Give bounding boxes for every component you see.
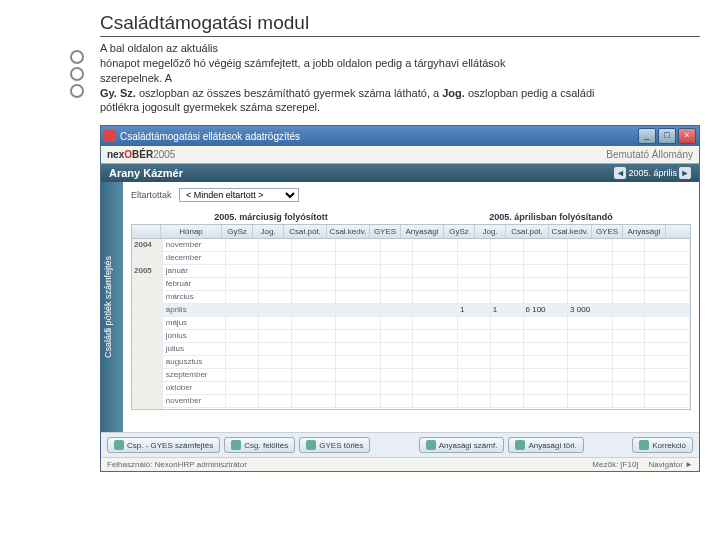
calc-button[interactable]: Csp. - GYES számfejtés [107, 437, 220, 453]
table-row[interactable]: november [132, 395, 690, 408]
table-row[interactable]: március [132, 291, 690, 304]
delete-icon [306, 440, 316, 450]
person-bar: Arany Kázmér ◄ 2005. április ► [101, 164, 699, 182]
brand-bar: nexOBÉR 2005 Bemutató Állomány [101, 146, 699, 164]
side-tab[interactable]: Családi pótlék számfejtés [101, 182, 123, 432]
edit-icon [639, 440, 649, 450]
close-button[interactable]: × [678, 128, 696, 144]
table-row[interactable]: augusztus [132, 356, 690, 369]
table-row[interactable]: október [132, 382, 690, 395]
upload-button[interactable]: Csg. felöltés [224, 437, 295, 453]
person-name: Arany Kázmér [109, 167, 183, 179]
section-left-header: 2005. márciusig folyósított [131, 210, 411, 224]
button-bar: Csp. - GYES számfejtés Csg. felöltés GYE… [101, 432, 699, 457]
app-window: Családtámogatási ellátások adatrögzítés … [100, 125, 700, 472]
minimize-button[interactable]: _ [638, 128, 656, 144]
window-title: Családtámogatási ellátások adatrögzítés [120, 131, 300, 142]
table-row[interactable]: 2005január [132, 265, 690, 278]
tenant-label: Bemutató Állomány [606, 149, 693, 160]
table-row[interactable]: április116 1003 000 [132, 304, 690, 317]
table-row[interactable]: június [132, 330, 690, 343]
table-row[interactable]: 2004november [132, 239, 690, 252]
status-bar: Felhasználó: NexonHRP adminisztrátor Mez… [101, 457, 699, 471]
status-nav[interactable]: Navigátor ► [649, 460, 693, 469]
calc-icon [114, 440, 124, 450]
period-value: 2005. április [628, 168, 677, 178]
table-row[interactable]: május [132, 317, 690, 330]
table-row[interactable]: július [132, 343, 690, 356]
maximize-button[interactable]: □ [658, 128, 676, 144]
app-icon [104, 130, 116, 142]
calc-icon [426, 440, 436, 450]
data-grid: Hónap GySzJog.Csal.pót.Csal.kedv.GYESAny… [131, 224, 691, 410]
intro-text: A bal oldalon az aktuális hónapot megelő… [100, 41, 700, 115]
period-prev-button[interactable]: ◄ [614, 167, 626, 179]
correction-button[interactable]: Korrekció [632, 437, 693, 453]
maternity-calc-button[interactable]: Anyasági számf. [419, 437, 505, 453]
gyes-delete-button[interactable]: GYES törlés [299, 437, 370, 453]
grid-header: Hónap GySzJog.Csal.pót.Csal.kedv.GYESAny… [132, 225, 690, 239]
titlebar: Családtámogatási ellátások adatrögzítés … [101, 126, 699, 146]
dependant-select[interactable]: < Minden eltartott > [179, 188, 299, 202]
page-title: Családtámogatási modul [100, 12, 700, 37]
upload-icon [231, 440, 241, 450]
table-row[interactable]: február [132, 278, 690, 291]
filter-row: Eltartottak < Minden eltartott > [131, 188, 691, 202]
delete-icon [515, 440, 525, 450]
period-next-button[interactable]: ► [679, 167, 691, 179]
maternity-delete-button[interactable]: Anyasági törl. [508, 437, 583, 453]
status-help: Mezők: [F10] [592, 460, 638, 469]
table-row[interactable]: december [132, 408, 690, 409]
table-row[interactable]: szeptember [132, 369, 690, 382]
status-user: Felhasználó: NexonHRP adminisztrátor [107, 460, 247, 469]
table-row[interactable]: december [132, 252, 690, 265]
section-right-header: 2005. áprilisban folyósítandó [411, 210, 691, 224]
